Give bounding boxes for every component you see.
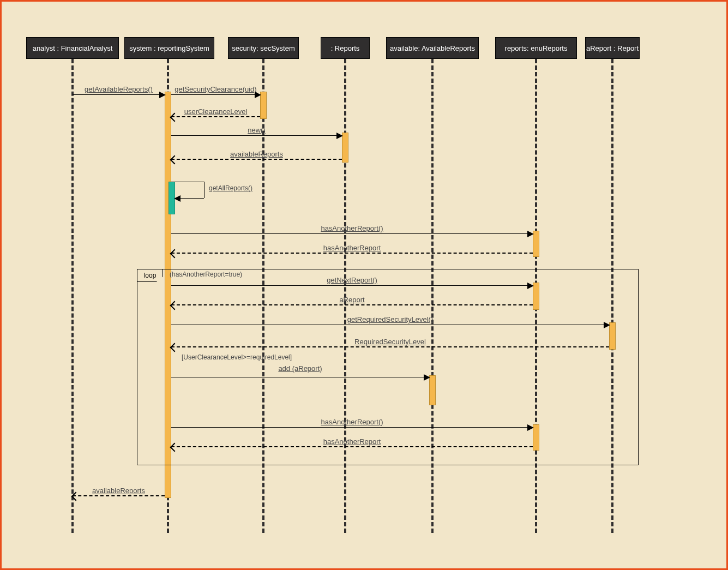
msg-getAvailableReports: getAvailableReports(): [73, 94, 165, 95]
label: getAvailableReports(): [73, 85, 165, 93]
label: getRequiredSecurityLevel(): [171, 315, 609, 323]
msg-availableReports1: availableReports: [171, 159, 342, 160]
participant-system: system : reportingSystem: [124, 37, 214, 59]
arrow-head: [527, 231, 534, 237]
msg-hasAnother2: hasAnotherReport(): [171, 427, 533, 428]
msg-hasAnother1: hasAnotherReport(): [171, 233, 533, 234]
msg-add: add (aReport): [171, 377, 429, 377]
arrow-head: [527, 424, 534, 431]
participant-security: security: secSystem: [228, 37, 299, 59]
msg-RequiredSecLevel: RequiredSecurityLevel: [171, 346, 609, 347]
lifeline-analyst: [71, 59, 74, 533]
msg-getNextReport: getNextReport(): [171, 285, 533, 286]
label: hasAnotherReport(): [171, 418, 533, 426]
label: hasAnotherReport: [171, 244, 533, 252]
arrow-head: [174, 195, 181, 202]
label: userClearanceLevel: [171, 107, 260, 116]
msg-getRequiredSecLevel: getRequiredSecurityLevel(): [171, 325, 609, 325]
participant-enuReports: reports: enuReports: [495, 37, 577, 59]
label: availableReports: [171, 150, 342, 158]
msg-hasAnother1r: hasAnotherReport: [171, 253, 533, 254]
label: getNextReport(): [171, 276, 533, 284]
diagram-canvas: analyst : FinancialAnalyst system : repo…: [18, 18, 710, 552]
msg-availableReports-final: availableReports: [73, 495, 165, 496]
arrow-head: [159, 92, 166, 98]
msg-userClearanceLevel: userClearanceLevel: [171, 116, 260, 117]
msg-getSecurityClearance: getSecurityClearance(uid): [171, 94, 260, 95]
label-getAllReports: getAllReports(): [209, 184, 252, 192]
arrow-head: [255, 92, 261, 98]
msg-getAllReports: [176, 198, 204, 199]
label: hasAnotherReport(): [171, 224, 533, 232]
participant-aReport: aReport : Report: [585, 37, 640, 59]
loop-tab: loop: [137, 269, 163, 282]
participant-analyst: analyst : FinancialAnalyst: [26, 37, 119, 59]
msg-new: new(): [171, 135, 342, 136]
guard-clearance: [UserClearanceLevel>=requiredLevel]: [182, 353, 292, 361]
label: add (aReport): [171, 364, 429, 373]
participant-available: available: AvailableReports: [386, 37, 479, 59]
msg-hasAnother2r: hasAnotherReport: [171, 446, 533, 447]
diagram-frame: analyst : FinancialAnalyst system : repo…: [0, 0, 728, 570]
msg-self-side: [204, 182, 204, 198]
msg-self-top: [171, 182, 204, 182]
label: hasAnotherReport: [171, 437, 533, 446]
label: availableReports: [73, 487, 165, 495]
label: aReport: [171, 296, 533, 304]
label: getSecurityClearance(uid): [171, 85, 260, 93]
arrow-head: [527, 283, 534, 289]
msg-aReport: aReport: [171, 304, 533, 305]
label: new(): [171, 126, 342, 134]
participant-reports: : Reports: [321, 37, 370, 59]
arrow-head: [336, 133, 343, 139]
label: RequiredSecurityLevel: [171, 338, 609, 346]
arrow-head: [424, 374, 430, 381]
arrow-head: [604, 322, 610, 328]
